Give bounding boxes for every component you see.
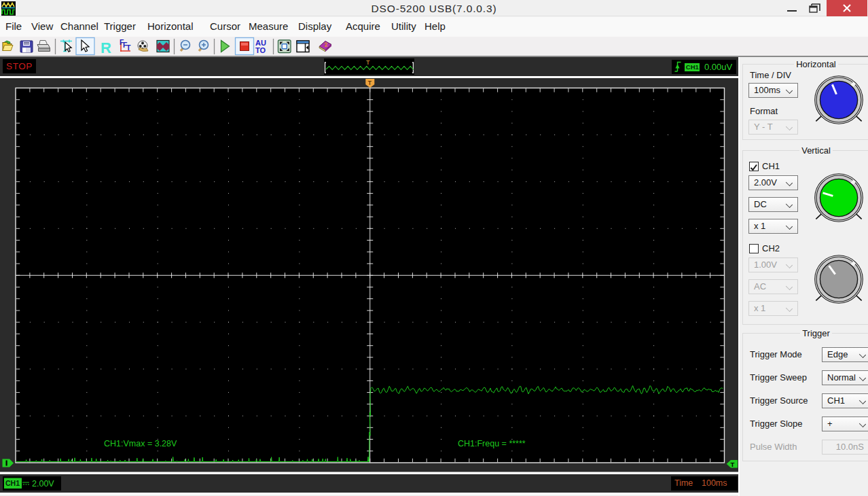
svg-text:CH1: CH1 <box>686 63 700 71</box>
svg-text:T: T <box>366 59 370 66</box>
svg-text:R: R <box>101 39 111 56</box>
svg-text:T: T <box>731 461 735 468</box>
svg-text:CH1:Frequ = *****: CH1:Frequ = ***** <box>458 439 526 448</box>
svg-text:0.00uV: 0.00uV <box>704 62 733 72</box>
svg-text:2.00V: 2.00V <box>32 479 54 489</box>
svg-text:T: T <box>368 79 372 86</box>
svg-text:TO: TO <box>255 46 266 54</box>
svg-text:CH1:Vmax = 3.28V: CH1:Vmax = 3.28V <box>104 439 177 448</box>
svg-text:CH1: CH1 <box>5 479 20 487</box>
svg-text:T: T <box>126 43 131 52</box>
